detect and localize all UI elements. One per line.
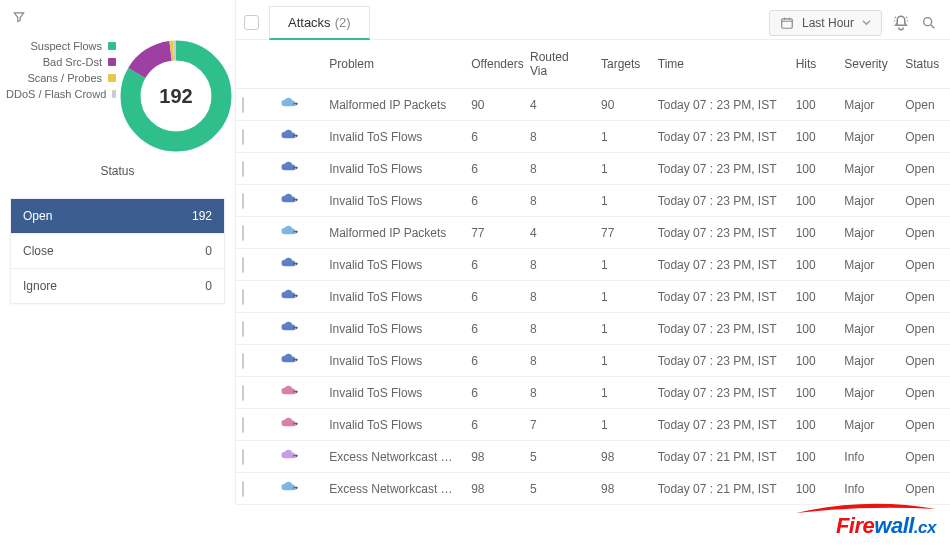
table-row[interactable]: Malformed IP Packets90490Today 07 : 23 P… bbox=[236, 89, 950, 121]
row-checkbox[interactable] bbox=[242, 225, 244, 241]
cell-routed: 4 bbox=[524, 217, 595, 249]
cell-offenders: 90 bbox=[465, 89, 524, 121]
cell-offenders: 98 bbox=[465, 505, 524, 506]
cell-time: Today 07 : 23 PM, IST bbox=[652, 409, 790, 441]
cell-severity: Major bbox=[838, 121, 899, 153]
status-donut-chart: 192 bbox=[116, 36, 236, 156]
status-card: Open192Close0Ignore0 bbox=[10, 198, 225, 304]
cell-targets: 98 bbox=[595, 505, 652, 506]
cell-offenders: 98 bbox=[465, 441, 524, 473]
time-range-label: Last Hour bbox=[802, 16, 854, 30]
cell-severity: Major bbox=[838, 185, 899, 217]
cell-problem: Invalid ToS Flows bbox=[323, 185, 465, 217]
legend-item[interactable]: Bad Src-Dst bbox=[6, 56, 116, 68]
cell-targets: 1 bbox=[595, 313, 652, 345]
cloud-icon bbox=[279, 256, 299, 270]
tab-attacks[interactable]: Attacks (2) bbox=[269, 6, 370, 40]
cell-offenders: 6 bbox=[465, 153, 524, 185]
time-range-dropdown[interactable]: Last Hour bbox=[769, 10, 882, 36]
cell-status: Open bbox=[899, 121, 950, 153]
row-checkbox[interactable] bbox=[242, 321, 244, 337]
alerts-icon[interactable] bbox=[892, 14, 910, 32]
table-row[interactable]: Invalid ToS Flows681Today 07 : 23 PM, IS… bbox=[236, 185, 950, 217]
cell-status: Open bbox=[899, 153, 950, 185]
column-header[interactable]: Problem bbox=[323, 40, 465, 89]
row-checkbox[interactable] bbox=[242, 97, 244, 113]
cloud-icon bbox=[279, 448, 299, 462]
cloud-icon bbox=[279, 320, 299, 334]
table-row[interactable]: Malformed IP Packets77477Today 07 : 23 P… bbox=[236, 217, 950, 249]
table-row[interactable]: Invalid ToS Flows681Today 07 : 23 PM, IS… bbox=[236, 377, 950, 409]
column-header[interactable] bbox=[273, 40, 324, 89]
cell-targets: 90 bbox=[595, 89, 652, 121]
cell-severity: Major bbox=[838, 377, 899, 409]
status-row-open[interactable]: Open192 bbox=[11, 199, 224, 233]
row-checkbox[interactable] bbox=[242, 417, 244, 433]
cell-status: Open bbox=[899, 185, 950, 217]
legend-swatch bbox=[108, 42, 116, 50]
cell-time: Today 07 : 23 PM, IST bbox=[652, 313, 790, 345]
table-row[interactable]: Excess Networkcast Flows98598Today 07 : … bbox=[236, 473, 950, 505]
status-row-ignore[interactable]: Ignore0 bbox=[11, 268, 224, 303]
calendar-icon bbox=[780, 16, 794, 30]
legend-item[interactable]: Suspect Flows bbox=[6, 40, 116, 52]
table-row[interactable]: Invalid ToS Flows671Today 07 : 23 PM, IS… bbox=[236, 409, 950, 441]
legend-item[interactable]: DDoS / Flash Crowd bbox=[6, 88, 116, 100]
column-header[interactable]: Targets bbox=[595, 40, 652, 89]
cell-time: Today 07 : 23 PM, IST bbox=[652, 281, 790, 313]
cell-time: Today 07 : 23 PM, IST bbox=[652, 121, 790, 153]
status-label: Ignore bbox=[23, 279, 57, 293]
cloud-icon bbox=[279, 160, 299, 174]
filter-icon[interactable] bbox=[10, 8, 28, 26]
table-row[interactable]: Invalid ToS Flows681Today 07 : 23 PM, IS… bbox=[236, 153, 950, 185]
cell-hits: 100 bbox=[790, 217, 839, 249]
cell-offenders: 6 bbox=[465, 281, 524, 313]
row-checkbox[interactable] bbox=[242, 385, 244, 401]
row-checkbox[interactable] bbox=[242, 353, 244, 369]
row-checkbox[interactable] bbox=[242, 161, 244, 177]
svg-rect-4 bbox=[782, 18, 793, 27]
row-checkbox[interactable] bbox=[242, 481, 244, 497]
cell-hits: 100 bbox=[790, 153, 839, 185]
row-checkbox[interactable] bbox=[242, 129, 244, 145]
column-header[interactable]: Offenders bbox=[465, 40, 524, 89]
cell-targets: 1 bbox=[595, 153, 652, 185]
cell-routed: 7 bbox=[524, 409, 595, 441]
cell-hits: 100 bbox=[790, 249, 839, 281]
table-row[interactable]: Invalid ToS Flows681Today 07 : 23 PM, IS… bbox=[236, 121, 950, 153]
cell-problem: Invalid ToS Flows bbox=[323, 281, 465, 313]
cell-status: Open bbox=[899, 473, 950, 505]
table-row[interactable]: Invalid ToS Flows681Today 07 : 23 PM, IS… bbox=[236, 345, 950, 377]
cell-hits: 100 bbox=[790, 345, 839, 377]
cloud-icon bbox=[279, 352, 299, 366]
select-all-checkbox[interactable] bbox=[244, 15, 259, 30]
status-row-close[interactable]: Close0 bbox=[11, 233, 224, 268]
table-row[interactable]: Excess Networkcast Flows98598Today 07 : … bbox=[236, 441, 950, 473]
table-row[interactable]: Invalid ToS Flows681Today 07 : 23 PM, IS… bbox=[236, 281, 950, 313]
table-row[interactable]: Invalid ToS Flows681Today 07 : 23 PM, IS… bbox=[236, 313, 950, 345]
cell-status: Open bbox=[899, 313, 950, 345]
cell-time: Today 07 : 23 PM, IST bbox=[652, 185, 790, 217]
legend-swatch bbox=[108, 74, 116, 82]
cell-hits: 100 bbox=[790, 313, 839, 345]
legend-item[interactable]: Scans / Probes bbox=[6, 72, 116, 84]
cell-offenders: 6 bbox=[465, 313, 524, 345]
column-header[interactable]: Routed Via bbox=[524, 40, 595, 89]
row-checkbox[interactable] bbox=[242, 193, 244, 209]
legend-label: Suspect Flows bbox=[30, 40, 102, 52]
row-checkbox[interactable] bbox=[242, 257, 244, 273]
table-row[interactable]: Invalid ToS Flows681Today 07 : 23 PM, IS… bbox=[236, 249, 950, 281]
column-header[interactable]: Status bbox=[899, 40, 950, 89]
row-checkbox[interactable] bbox=[242, 449, 244, 465]
cell-problem: Invalid ToS Flows bbox=[323, 345, 465, 377]
cell-routed: 8 bbox=[524, 185, 595, 217]
firewall-cx-logo: Firewall.cx bbox=[836, 513, 936, 539]
search-icon[interactable] bbox=[920, 14, 938, 32]
cell-targets: 77 bbox=[595, 217, 652, 249]
column-header[interactable]: Severity bbox=[838, 40, 899, 89]
cell-status: Open bbox=[899, 281, 950, 313]
row-checkbox[interactable] bbox=[242, 289, 244, 305]
column-header[interactable]: Hits bbox=[790, 40, 839, 89]
column-header[interactable] bbox=[236, 40, 273, 89]
column-header[interactable]: Time bbox=[652, 40, 790, 89]
